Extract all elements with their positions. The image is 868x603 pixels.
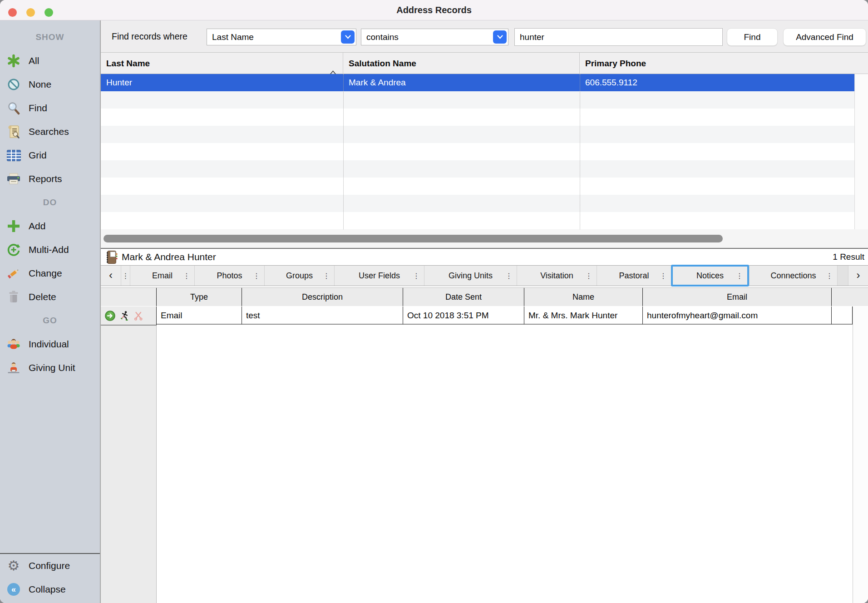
grip-dots-icon[interactable]: ⋮ (585, 272, 592, 280)
results-table-body: Hunter Mark & Andrea 606.555.9112 (101, 74, 868, 229)
sidebar-item-label: None (29, 79, 51, 90)
chevron-down-icon (493, 30, 507, 44)
sidebar-item-label: All (29, 55, 39, 66)
grip-dots-icon[interactable]: ⋮ (660, 272, 667, 280)
sidebar-item-multi-add[interactable]: Multi-Add (0, 238, 100, 262)
tabs-scroll-forward-button[interactable]: › (848, 266, 868, 286)
notice-date-sent-cell[interactable]: Oct 10 2018 3:51 PM (403, 306, 524, 325)
notice-description-cell[interactable]: test (242, 306, 403, 325)
grip-dots-icon[interactable]: ⋮ (323, 272, 330, 280)
result-row-selected[interactable]: Hunter Mark & Andrea 606.555.9112 (101, 74, 854, 91)
tab-groups[interactable]: Groups⋮ (264, 266, 334, 286)
tab-notices-selected[interactable]: Notices⋮ (671, 265, 749, 287)
tab-bar-spacer (837, 266, 848, 286)
scissors-icon[interactable] (134, 311, 143, 321)
notices-column-date-sent[interactable]: Date Sent (403, 288, 524, 306)
grip-dots-icon[interactable]: ⋮ (736, 272, 743, 280)
saved-searches-icon (6, 124, 21, 139)
grip-dots-icon[interactable]: ⋮ (183, 272, 190, 280)
sidebar-item-delete[interactable]: Delete (0, 285, 100, 309)
grip-dots-icon[interactable]: ⋮ (253, 272, 260, 280)
tab-photos[interactable]: Photos⋮ (194, 266, 264, 286)
notices-column-name[interactable]: Name (524, 288, 643, 306)
sidebar-section-show: SHOW (0, 25, 100, 49)
sidebar-item-label: Add (29, 221, 45, 232)
sidebar-item-label: Delete (29, 292, 56, 302)
actions-column-background (101, 326, 157, 603)
sidebar-item-giving-unit[interactable]: Giving Unit (0, 356, 100, 380)
notices-scrollbar-gutter (853, 306, 868, 603)
tabs-scroll-back-button[interactable]: ‹ (101, 266, 121, 286)
grip-dots-icon[interactable]: ⋮ (826, 272, 833, 280)
no-entry-icon (6, 77, 21, 92)
collapse-label: Collapse (29, 584, 66, 595)
tab-pastoral[interactable]: Pastoral⋮ (597, 266, 671, 286)
sidebar-item-label: Find (29, 103, 47, 114)
find-button[interactable]: Find (727, 28, 778, 46)
find-operator-select[interactable]: contains (361, 29, 508, 45)
tab-giving-units[interactable]: Giving Units⋮ (424, 266, 517, 286)
sidebar-item-find[interactable]: Find (0, 96, 100, 120)
cell-last-name: Hunter (101, 74, 132, 91)
find-query-input[interactable] (514, 28, 723, 46)
notices-column-type[interactable]: Type (157, 288, 242, 306)
grid-icon (6, 148, 21, 163)
column-header-last-name[interactable]: Last Name (101, 53, 343, 74)
grip-dots-icon[interactable]: ⋮ (505, 272, 513, 280)
tab-visitation[interactable]: Visitation⋮ (517, 266, 597, 286)
find-field-select[interactable]: Last Name (207, 29, 356, 45)
address-records-window: Address Records SHOW All None (0, 0, 868, 603)
collapse-icon: « (6, 582, 21, 597)
find-bar: Find records where Last Name contains Fi… (101, 20, 868, 53)
column-header-primary-phone[interactable]: Primary Phone (580, 53, 868, 74)
sidebar-item-searches[interactable]: Searches (0, 120, 100, 143)
empty-row (101, 160, 854, 178)
empty-row (101, 212, 854, 229)
chevron-left-icon: ‹ (109, 269, 113, 283)
sidebar-list: SHOW All None Find (0, 20, 100, 380)
notice-type-cell[interactable]: Email (157, 306, 242, 325)
run-action-icon[interactable] (119, 311, 130, 321)
grip-dots-icon: ⋮ (122, 272, 129, 280)
sidebar-item-label: Individual (29, 339, 69, 350)
collapse-button[interactable]: « Collapse (0, 578, 100, 601)
tab-email[interactable]: Email⋮ (130, 266, 194, 286)
notice-email-cell[interactable]: hunterofmyheart@gmail.com (643, 306, 832, 325)
magnifier-icon (6, 100, 21, 116)
horizontal-scrollbar-thumb[interactable] (104, 235, 723, 242)
people-icon (6, 336, 21, 352)
notices-column-email[interactable]: Email (643, 288, 832, 306)
result-count: 1 Result (833, 249, 864, 265)
notices-column-extra (832, 288, 868, 306)
notice-name-cell[interactable]: Mr. & Mrs. Mark Hunter (524, 306, 643, 325)
tab-user-fields[interactable]: User Fields⋮ (334, 266, 424, 286)
column-header-salutation-name[interactable]: Salutation Name (343, 53, 580, 74)
tab-connections[interactable]: Connections⋮ (749, 266, 837, 286)
configure-button[interactable]: ⚙ Configure (0, 554, 100, 578)
notices-column-description[interactable]: Description (242, 288, 403, 306)
find-operator-value: contains (361, 32, 508, 42)
empty-row (101, 143, 854, 160)
advanced-find-button[interactable]: Advanced Find (783, 28, 866, 46)
sidebar-item-grid[interactable]: Grid (0, 143, 100, 167)
sidebar-item-label: Multi-Add (29, 244, 69, 255)
record-header: Mark & Andrea Hunter 1 Result (101, 249, 868, 265)
sidebar-item-label: Giving Unit (29, 362, 75, 373)
sidebar-item-none[interactable]: None (0, 73, 100, 96)
go-to-notice-button[interactable] (105, 311, 115, 321)
sidebar-item-individual[interactable]: Individual (0, 332, 100, 356)
configure-label: Configure (29, 560, 70, 571)
sidebar-item-all[interactable]: All (0, 49, 100, 73)
sidebar-item-change[interactable]: Change (0, 262, 100, 285)
vertical-scrollbar-gutter (854, 74, 868, 229)
sidebar: SHOW All None Find (0, 20, 101, 603)
cell-primary-phone: 606.555.9112 (580, 74, 637, 91)
tab-grip-handle[interactable]: ⋮ (121, 266, 130, 286)
main-panel: Find records where Last Name contains Fi… (101, 20, 868, 603)
grip-dots-icon[interactable]: ⋮ (413, 272, 420, 280)
horizontal-scrollbar-track[interactable] (101, 229, 868, 248)
sidebar-item-label: Searches (29, 126, 69, 137)
sidebar-item-add[interactable]: Add (0, 214, 100, 238)
sidebar-item-label: Grid (29, 150, 47, 161)
sidebar-item-reports[interactable]: Reports (0, 167, 100, 191)
